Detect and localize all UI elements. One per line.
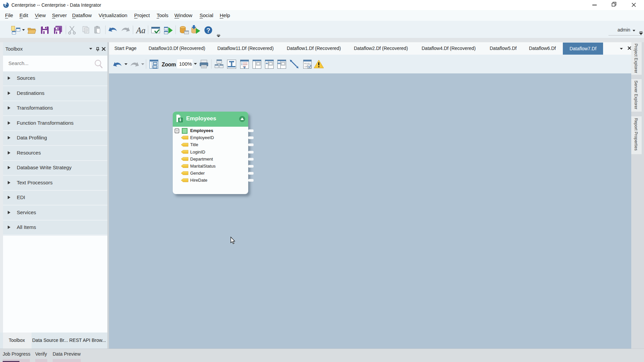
svg-text:100%: 100% bbox=[179, 61, 192, 67]
svg-text:?: ? bbox=[206, 27, 210, 34]
svg-text:Zoom: Zoom bbox=[162, 62, 176, 67]
svg-text:0101: 0101 bbox=[304, 62, 311, 65]
svg-text:Aa: Aa bbox=[136, 26, 146, 35]
svg-text:10: 10 bbox=[304, 65, 308, 68]
